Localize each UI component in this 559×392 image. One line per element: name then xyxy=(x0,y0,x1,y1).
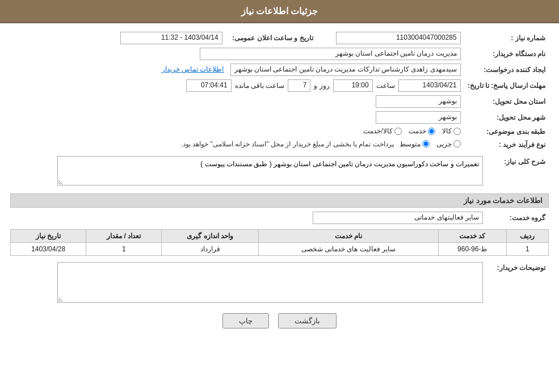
row-qty: 1 xyxy=(86,243,162,256)
reply-date: 1403/04/21 xyxy=(398,79,461,92)
row-num: 1 xyxy=(506,243,548,256)
province-value: بوشهر xyxy=(376,95,461,108)
buyer-org-value: مدیریت درمان تامین اجتماعی استان بوشهر xyxy=(200,48,461,60)
creator-contact-link[interactable]: اطلاعات تماس خریدار xyxy=(162,65,224,73)
buyer-notes-textarea[interactable] xyxy=(57,262,483,303)
announce-date-value: 1403/04/14 - 11:32 xyxy=(120,32,222,44)
service-group-label: گروه خدمت: xyxy=(486,210,549,226)
category-option-kala[interactable]: کالا xyxy=(442,127,461,135)
row-date: 1403/04/28 xyxy=(11,243,86,256)
need-number-label: شماره نیاز : xyxy=(464,30,549,46)
announce-date-label: تاریخ و ساعت اعلان عمومی: xyxy=(226,30,317,46)
creator-value: سیدمهدی زاهدی کارشناس تدارکات مدیریت درم… xyxy=(230,64,461,76)
category-option-kala-khedmat[interactable]: کالا/خدمت xyxy=(363,127,401,135)
services-section-title: اطلاعات خدمات مورد نیاز xyxy=(10,193,549,208)
category-option-khedmat[interactable]: خدمت xyxy=(409,127,435,135)
purchase-type-mottavasset[interactable]: متوسط xyxy=(400,140,430,148)
remaining-time: 07:04:41 xyxy=(186,79,232,92)
reply-time: 19:00 xyxy=(333,79,373,92)
col-header-name: نام خدمت xyxy=(258,230,438,243)
row-code: ط-96-960 xyxy=(438,243,506,256)
remaining-label: ساعت باقی مانده xyxy=(235,82,285,90)
need-description-label: شرح کلی نیاز: xyxy=(486,154,549,189)
col-header-qty: تعداد / مقدار xyxy=(86,230,162,243)
reply-deadline-label: مهلت ارسال پاسخ: تا تاریخ: xyxy=(464,78,549,94)
services-table: ردیف کد خدمت نام خدمت واحد اندازه گیری ت… xyxy=(10,229,549,256)
purchase-type-jozi[interactable]: جزیی xyxy=(436,140,461,148)
category-label: طبقه بندی موضوعی: xyxy=(464,125,549,138)
reply-days: 7 xyxy=(288,79,310,92)
buyer-notes-label: توضیحات خریدار: xyxy=(486,260,549,306)
row-name: سایر فعالیت های خدماتی شخصی xyxy=(258,243,438,256)
table-row: 1 ط-96-960 سایر فعالیت های خدماتی شخصی ق… xyxy=(11,243,549,256)
row-unit: قرارداد xyxy=(162,243,259,256)
back-button[interactable]: بازگشت xyxy=(278,313,337,328)
reply-time-label: ساعت xyxy=(376,82,395,90)
province-label: استان محل تحویل: xyxy=(464,94,549,109)
col-header-code: کد خدمت xyxy=(438,230,506,243)
col-header-unit: واحد اندازه گیری xyxy=(162,230,259,243)
print-button[interactable]: چاپ xyxy=(222,313,269,328)
city-value: بوشهر xyxy=(376,111,461,124)
page-title: جزئیات اطلاعات نیاز xyxy=(241,6,318,16)
service-group-value: سایر فعالیتهای خدماتی xyxy=(313,212,483,224)
reply-days-label: روز و xyxy=(314,82,329,90)
button-row: بازگشت چاپ xyxy=(10,313,549,328)
creator-label: ایجاد کننده درخواست: xyxy=(464,62,549,78)
purchase-type-description: پرداخت تمام یا بخشی از مبلغ خریدار از مح… xyxy=(180,140,393,148)
col-header-date: تاریخ نیاز xyxy=(11,230,86,243)
need-number-value: 1103004047000285 xyxy=(336,32,461,44)
city-label: شهر محل تحویل: xyxy=(464,109,549,125)
page-header: جزئیات اطلاعات نیاز xyxy=(0,0,559,23)
buyer-org-label: نام دستگاه خریدار: xyxy=(464,46,549,62)
purchase-type-label: نوع فرآیند خرید : xyxy=(464,138,549,151)
col-header-row: ردیف xyxy=(506,230,548,243)
need-description-textarea[interactable] xyxy=(57,156,483,186)
